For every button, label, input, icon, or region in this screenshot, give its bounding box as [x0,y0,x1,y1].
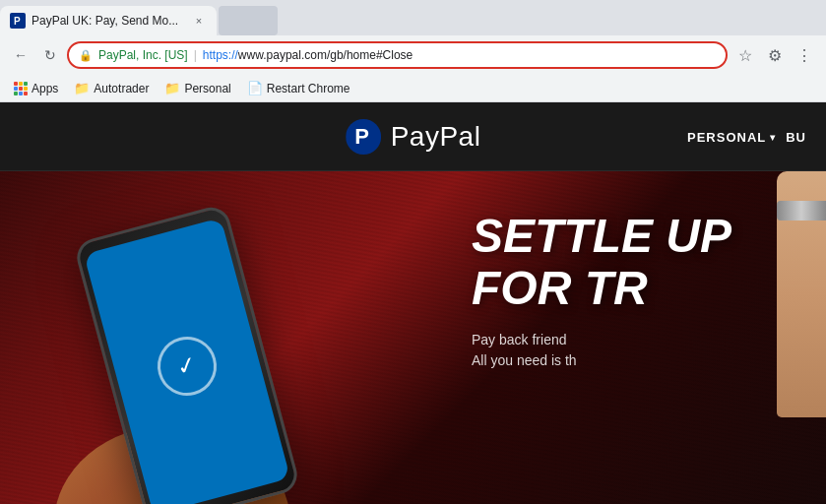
toolbar-icons: ☆ ⚙ ⋮ [731,41,818,69]
url-protocol: https:// [203,48,238,62]
phone-check-icon: ✓ [174,350,201,382]
tab-title: PayPal UK: Pay, Send Mo... [32,14,185,28]
personal-chevron-icon: ▾ [770,132,776,143]
address-bar[interactable]: 🔒 PayPal, Inc. [US] | https://www.paypal… [67,41,728,69]
paypal-p-svg-icon: P [346,119,381,155]
url-separator: | [194,48,197,62]
svg-text:P: P [14,16,21,27]
tab-close-button[interactable]: × [191,13,207,29]
reload-button[interactable]: ↻ [37,42,63,68]
url-path: /gb/home#Close [327,48,413,62]
bookmark-star-button[interactable]: ☆ [731,41,759,69]
active-tab[interactable]: P PayPal UK: Pay, Send Mo... × [0,6,217,35]
hero-text-block: SETTLE UP FOR TR Pay back friend All you… [452,191,826,391]
bookmark-restart-chrome[interactable]: 📄 Restart Chrome [241,79,356,97]
security-lock-icon: 🔒 [79,49,93,62]
hero-subtext-line2: All you need is th [472,350,806,371]
hero-subtext-line1: Pay back friend [472,330,806,350]
bookmark-autotrader[interactable]: 📁 Autotrader [68,79,155,97]
chrome-browser: P PayPal UK: Pay, Send Mo... × ← ↻ 🔒 Pay… [0,0,826,102]
phone-circle-icon: ✓ [151,330,222,402]
svg-text:P: P [354,124,369,149]
apps-grid-icon [14,82,28,95]
personal-folder-icon: 📁 [164,81,180,95]
restart-chrome-label: Restart Chrome [267,82,350,95]
url-display: https://www.paypal.com/gb/home#Close [203,48,413,62]
apps-button[interactable]: Apps [8,80,64,97]
paypal-logo: P PayPal [346,119,481,155]
back-button[interactable]: ← [8,42,33,68]
site-identity: PayPal, Inc. [US] [98,48,188,62]
tab-bar: P PayPal UK: Pay, Send Mo... × [0,0,826,35]
paypal-header: P PayPal PERSONAL ▾ BU [0,102,826,171]
hero-subtext: Pay back friend All you need is th [472,330,806,371]
paypal-nav-right: PERSONAL ▾ BU [687,102,826,171]
toolbar: ← ↻ 🔒 PayPal, Inc. [US] | https://www.pa… [0,35,826,75]
extensions-button[interactable]: ⚙ [761,41,789,69]
page-content: P PayPal PERSONAL ▾ BU ✓ SETT [0,102,826,504]
apps-label: Apps [32,82,58,95]
hero-phone-image: ✓ [0,169,463,504]
restart-chrome-doc-icon: 📄 [247,81,263,95]
hero-heading: SETTLE UP FOR TR [472,211,806,315]
paypal-wordmark: PayPal [391,121,481,153]
new-tab-area [219,6,278,35]
bookmark-personal[interactable]: 📁 Personal [159,79,236,97]
more-options-button[interactable]: ⋮ [791,41,818,69]
autotrader-folder-icon: 📁 [74,81,90,95]
tab-favicon: P [10,13,26,29]
personal-label: Personal [184,82,230,95]
bookmarks-bar: Apps 📁 Autotrader 📁 Personal 📄 Restart C… [0,75,826,102]
paypal-business-nav[interactable]: BU [786,130,806,145]
url-domain: www.paypal.com [238,48,327,62]
autotrader-label: Autotrader [94,82,149,95]
paypal-personal-nav[interactable]: PERSONAL ▾ [687,130,776,145]
